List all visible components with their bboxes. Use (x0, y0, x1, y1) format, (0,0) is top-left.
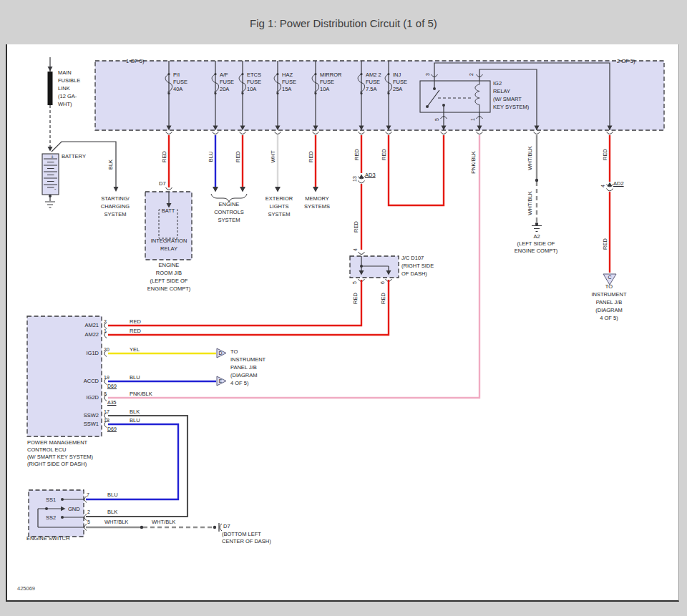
relay-pin-3: 3 (425, 73, 431, 76)
instrument-panel-caption: (DIAGRAM (230, 372, 258, 379)
starting-system-caption: STARTING/ (101, 195, 129, 202)
battery-label: BATTERY (62, 153, 86, 160)
wire-color-blu: BLU (130, 417, 140, 424)
ground-a2-label: A2 (533, 233, 540, 240)
switch-pin-7: 7 (87, 492, 89, 498)
instrument-panel-caption: 4 OF 5) (600, 315, 618, 322)
instrument-panel-caption: INSTRUMENT (230, 356, 265, 363)
fuse-amp: 20A (220, 86, 229, 93)
ecu-pin-number: 2 (104, 319, 107, 325)
switch-gnd-label: GND (68, 506, 80, 513)
wire-color-blu: BLU (208, 152, 214, 162)
jc-pin-5: 5 (352, 281, 358, 284)
instrument-panel-caption: 4 OF 5) (230, 380, 248, 387)
fusible-link-label: FUSIBLE (58, 77, 80, 84)
engine-switch-caption: ENGINE SWITCH (26, 535, 69, 542)
relay-name: IG2 (493, 80, 502, 87)
wire-color-blk: BLK (107, 509, 117, 516)
instrument-panel-caption: PANEL J/B (230, 364, 257, 371)
engine-room-caption: ENGINE COMPT) (147, 285, 190, 293)
triangle-e-label: E (219, 378, 223, 384)
fuse-word: FUSE (320, 79, 334, 86)
wire-color-red: RED (353, 293, 359, 304)
fuse-word: FUSE (173, 79, 187, 86)
fuse-amp: 10A (320, 86, 329, 93)
fusible-link-label: WHT) (58, 101, 72, 108)
ecu-caption: CONTROL ECU (27, 446, 66, 454)
jc-d107-caption: OF DASH) (401, 270, 427, 278)
relay-pin-5: 5 (434, 118, 440, 121)
fusible-link-label: (12 GA- (58, 93, 77, 100)
relay-name: RELAY (493, 88, 510, 95)
engine-controls-caption: CONTROLS (214, 209, 244, 216)
fuse-name: A/F (220, 72, 228, 79)
relay-pin-1: 1 (470, 118, 476, 121)
d7-location-caption: (BOTTOM LEFT (222, 531, 261, 538)
triangle-c-label: C (608, 275, 611, 280)
battery-plus: + (51, 155, 54, 160)
engine-room-caption: (LEFT SIDE OF (150, 278, 188, 285)
fuse-amp: 10A (247, 86, 256, 93)
exterior-lights-caption: EXTERIOR (265, 195, 293, 202)
wire-color-red: RED (381, 149, 387, 160)
ecu-pin-number: 17 (104, 409, 109, 415)
memory-systems-caption: MEMORY (305, 195, 329, 202)
instrument-panel-caption: INSTRUMENT (591, 291, 626, 298)
engine-switch-symbol (29, 490, 222, 537)
switch-pin-2: 2 (87, 509, 90, 515)
switch-ss1-label: SS1 (46, 497, 56, 504)
ecu-pin-number: 20 (104, 347, 109, 353)
fuse-amp: 15A (282, 86, 291, 93)
ecu-caption: POWER MANAGEMENT (27, 439, 87, 446)
relay-name: KEY SYSTEM) (493, 104, 529, 111)
fuse-amp: 40A (173, 86, 182, 93)
fuse-name: AM2 2 (366, 72, 381, 79)
ecu-connector-label: A35 (107, 400, 116, 406)
wiring-diagram-canvas (0, 0, 687, 616)
wire-color-whtblk: WHT/BLK (152, 519, 175, 526)
wire-color-red: RED (130, 328, 141, 335)
wire-color-blu: BLU (107, 492, 118, 499)
fusible-link-label: MAIN (58, 69, 72, 77)
wire-color-whtblk: WHT/BLK (527, 146, 533, 170)
fusible-link-label: LINK (58, 85, 70, 92)
fuse-name: P/I (173, 72, 180, 79)
ground-a2-caption: ENGINE COMPT) (515, 248, 557, 255)
ecu-pin-name: IG1D (42, 350, 99, 357)
connector-ad2-label: AD2 (613, 180, 624, 187)
wire-color-whtblk: WHT/BLK (527, 191, 533, 215)
wire-color-red: RED (235, 151, 241, 162)
triangle-d-label: D (218, 351, 222, 356)
connector-pin-4: 4 (600, 185, 606, 187)
wire-color-red: RED (130, 318, 141, 326)
ecu-caption: (RIGHT SIDE OF DASH) (27, 461, 87, 468)
connector-d7-label: D7 (223, 523, 230, 530)
instrument-panel-caption: PANEL J/B (596, 299, 623, 306)
instrument-panel-caption: TO (230, 348, 238, 356)
starting-system-caption: CHARGING (101, 203, 130, 210)
fuse-word: FUSE (247, 79, 261, 86)
wire-color-blu: BLU (130, 374, 140, 381)
starting-system-caption: SYSTEM (104, 211, 127, 218)
fuse-word: FUSE (282, 79, 296, 86)
wire-color-wht: WHT (271, 150, 276, 162)
engine-controls-caption: ENGINE (219, 201, 240, 208)
instrument-panel-caption: TO (605, 283, 613, 290)
switch-pin-5: 5 (87, 519, 90, 525)
ecu-pin-number: 18 (104, 418, 109, 424)
relay-pin-2: 2 (469, 73, 474, 76)
exterior-lights-caption: LIGHTS (269, 203, 288, 210)
page: { "title": "Fig 1: Power Distribution Ci… (0, 0, 687, 616)
ecu-pin-name: IG2D (42, 394, 99, 401)
engine-room-caption: ROOM J/B (156, 270, 182, 277)
wire-color-red: RED (354, 221, 359, 233)
ecu-connector-label: D69 (107, 426, 117, 432)
fuse-name: HAZ (282, 72, 293, 79)
wire-color-whtblk: WHT/BLK (104, 519, 128, 526)
ecu-pin-name: SSW2 (42, 412, 99, 419)
fuse-word: FUSE (366, 79, 380, 86)
connector-d7-label: D7 (159, 180, 166, 187)
engine-room-caption: ENGINE (159, 262, 180, 269)
wire-color-blk: BLK (108, 160, 114, 170)
wire-color-red: RED (603, 149, 608, 160)
